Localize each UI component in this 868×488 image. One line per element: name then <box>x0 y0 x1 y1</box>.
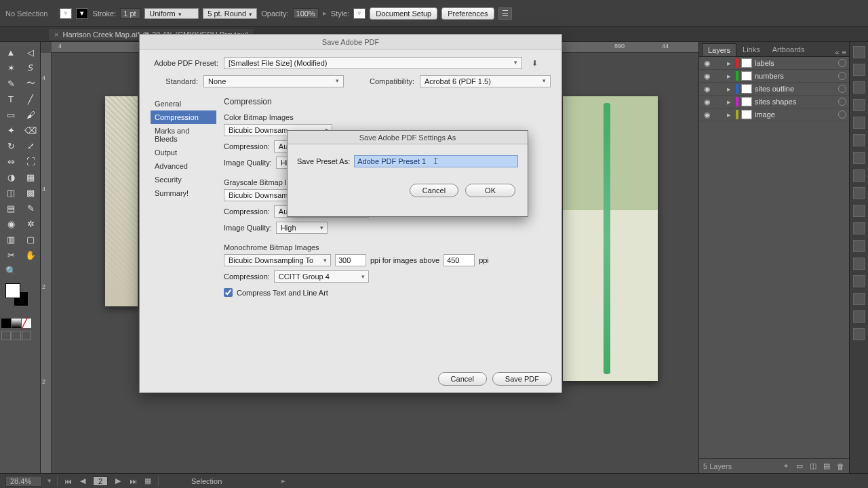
live-paint-tool-icon[interactable]: ▦ <box>21 169 40 184</box>
width-tool-icon[interactable]: ⇔ <box>1 154 20 169</box>
align-icon[interactable]: ☰ <box>498 7 512 20</box>
prev-artboard-icon[interactable]: ◀ <box>78 476 87 485</box>
compress-text-checkbox[interactable] <box>224 288 233 297</box>
stroke-swatch[interactable]: ▾ <box>76 8 88 19</box>
visibility-toggle-icon[interactable]: ◉ <box>702 59 713 68</box>
dock-actions-icon[interactable] <box>853 293 865 305</box>
layer-row[interactable]: ◉▸numbers <box>699 70 849 83</box>
target-icon[interactable] <box>838 59 846 67</box>
mono-above-field[interactable]: 450 <box>443 254 475 266</box>
hand-tool-icon[interactable]: ✋ <box>21 247 40 262</box>
line-tool-icon[interactable]: ╱ <box>21 92 40 106</box>
disclosure-icon[interactable]: ▸ <box>725 59 733 68</box>
preset-ok-button[interactable]: OK <box>465 184 515 197</box>
compatibility-dropdown[interactable]: Acrobat 6 (PDF 1.5) <box>420 75 551 87</box>
sidebar-item-summary[interactable]: Summary! <box>151 186 216 200</box>
first-artboard-icon[interactable]: ⏮ <box>63 477 73 485</box>
dock-stroke-icon[interactable] <box>853 152 865 164</box>
zoom-field[interactable]: 28.4% <box>5 476 42 487</box>
dock-symbols-icon[interactable] <box>853 134 865 146</box>
spare-tool-icon[interactable] <box>21 263 40 278</box>
locate-layer-icon[interactable]: ⌖ <box>781 462 791 471</box>
gradient-tool-icon[interactable]: ▤ <box>1 201 20 216</box>
layer-name[interactable]: labels <box>755 59 835 67</box>
visibility-toggle-icon[interactable]: ◉ <box>702 110 713 119</box>
new-layer-icon[interactable]: ▤ <box>822 462 831 471</box>
artboard-number-field[interactable]: 2 <box>93 476 108 486</box>
opacity-field[interactable]: 100% <box>293 8 319 19</box>
close-tab-icon[interactable]: × <box>54 30 58 39</box>
document-setup-button[interactable]: Document Setup <box>370 7 437 20</box>
dock-color-icon[interactable] <box>853 81 865 94</box>
dock-properties-icon[interactable] <box>853 46 865 58</box>
dock-libraries-icon[interactable] <box>853 64 865 76</box>
rotate-tool-icon[interactable]: ↻ <box>1 138 20 153</box>
preferences-button[interactable]: Preferences <box>441 7 494 20</box>
stroke-weight-field[interactable]: 1 pt <box>120 8 140 19</box>
target-icon[interactable] <box>838 85 846 93</box>
stroke-profile-dropdown[interactable]: Uniform <box>144 8 199 19</box>
curvature-tool-icon[interactable]: 〜 <box>21 76 40 91</box>
eyedropper-tool-icon[interactable]: ✎ <box>21 201 40 216</box>
pdf-save-button[interactable]: Save PDF <box>492 372 552 386</box>
panel-collapse-icon[interactable]: « <box>835 48 839 56</box>
dock-transform-icon[interactable] <box>853 275 865 287</box>
visibility-toggle-icon[interactable]: ◉ <box>702 85 713 94</box>
preset-dropdown[interactable]: [Smallest File Size] (Modified) <box>224 57 522 69</box>
shape-builder-tool-icon[interactable]: ◑ <box>1 169 20 184</box>
preset-cancel-button[interactable]: Cancel <box>410 184 458 197</box>
sidebar-item-advanced[interactable]: Advanced <box>151 159 216 173</box>
new-sublayer-icon[interactable]: ◫ <box>808 462 818 471</box>
target-icon[interactable] <box>838 110 846 119</box>
preset-name-input[interactable] <box>354 155 518 167</box>
fill-stroke-swatches[interactable] <box>3 283 37 313</box>
sidebar-item-compression[interactable]: Compression <box>151 110 216 124</box>
scale-tool-icon[interactable]: ⤢ <box>21 138 40 153</box>
fill-swatch[interactable]: ▾ <box>60 8 72 19</box>
screen-mode-normal-icon[interactable] <box>1 331 11 340</box>
dock-character-icon[interactable] <box>853 310 865 323</box>
rectangle-tool-icon[interactable]: ▭ <box>1 107 20 122</box>
target-icon[interactable] <box>838 72 846 80</box>
layer-name[interactable]: numbers <box>755 72 835 80</box>
layer-name[interactable]: sites outline <box>755 85 835 93</box>
status-menu-icon[interactable]: ▸ <box>281 476 285 485</box>
last-artboard-icon[interactable]: ⏭ <box>128 477 138 485</box>
standard-dropdown[interactable]: None <box>203 75 344 87</box>
brush-dropdown[interactable]: 5 pt. Round <box>203 8 257 19</box>
dock-graphic-styles-icon[interactable] <box>853 222 865 235</box>
screen-mode-presentation-icon[interactable] <box>22 331 31 340</box>
dock-gradient-icon[interactable] <box>853 169 865 182</box>
gray-quality-dropdown[interactable]: High <box>276 222 328 234</box>
layer-name[interactable]: image <box>755 110 835 119</box>
next-artboard-icon[interactable]: ▶ <box>113 476 123 485</box>
direct-select-tool-icon[interactable]: ◁ <box>21 45 40 60</box>
artboard-tool-icon[interactable]: ▢ <box>21 232 40 247</box>
layer-row[interactable]: ◉▸sites outline <box>699 83 849 96</box>
vertical-ruler[interactable]: 4 4 2 2 <box>41 53 52 473</box>
dock-transparency-icon[interactable] <box>853 187 865 199</box>
dock-paragraph-icon[interactable] <box>853 328 865 340</box>
sidebar-item-marks-bleeds[interactable]: Marks and Bleeds <box>151 124 216 146</box>
dock-appearance-icon[interactable] <box>853 205 865 217</box>
disclosure-icon[interactable]: ▸ <box>725 72 733 81</box>
magic-wand-tool-icon[interactable]: ✶ <box>1 60 20 75</box>
color-mode-solid-icon[interactable] <box>1 319 11 328</box>
visibility-toggle-icon[interactable]: ◉ <box>702 72 713 81</box>
tab-artboards[interactable]: Artboards <box>766 43 811 56</box>
pen-tool-icon[interactable]: ✎ <box>1 76 20 91</box>
slice-tool-icon[interactable]: ✂ <box>1 247 20 262</box>
mono-downsample-dropdown[interactable]: Bicubic Downsampling To <box>224 254 331 266</box>
fill-color-icon[interactable] <box>5 283 20 298</box>
dock-swatches-icon[interactable] <box>853 99 865 111</box>
dock-pathfinder-icon[interactable] <box>853 258 865 270</box>
free-transform-tool-icon[interactable]: ⛶ <box>21 154 40 169</box>
eraser-tool-icon[interactable]: ⌫ <box>21 123 40 138</box>
tab-links[interactable]: Links <box>736 43 766 56</box>
layer-row[interactable]: ◉▸image <box>699 108 849 121</box>
blend-tool-icon[interactable]: ◉ <box>1 216 20 231</box>
sidebar-item-security[interactable]: Security <box>151 173 216 186</box>
symbol-tool-icon[interactable]: ✲ <box>21 216 40 231</box>
graph-tool-icon[interactable]: ▥ <box>1 232 20 247</box>
delete-layer-icon[interactable]: 🗑 <box>835 462 845 471</box>
